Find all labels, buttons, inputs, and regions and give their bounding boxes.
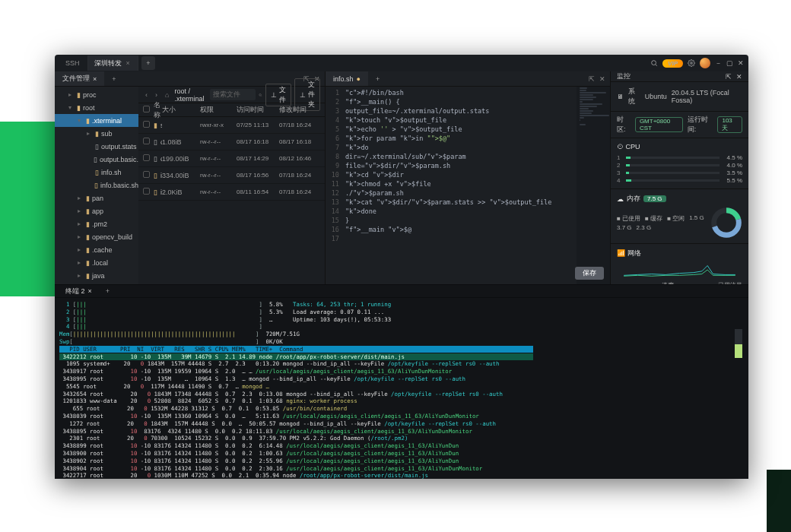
monitor-icon: 🖥 xyxy=(617,93,624,100)
close-window-button[interactable]: ✕ xyxy=(738,59,744,67)
tree-node[interactable]: ▸▮app xyxy=(55,204,138,217)
file-list: ‹ › ⌂ root / .xterminal 搜索文件 ⊥ 文件 ⊥ 文件夹 xyxy=(138,87,325,284)
code-editor: info.sh ● + ⇱ ✕ 123456789101112131415161… xyxy=(326,71,610,284)
svg-point-0 xyxy=(652,61,656,65)
close-editor-icon[interactable]: ✕ xyxy=(599,75,605,83)
editor-tabbar: info.sh ● + ⇱ ✕ xyxy=(326,71,610,87)
upper-pane: 文件管理× + ⇱ ✕ ▸▮proc▾▮root▾▮.xterminal▸▮su… xyxy=(55,71,748,284)
fm-tab[interactable]: 文件管理× xyxy=(55,71,104,86)
file-row[interactable]: ▯ info.sh334.00iBrw-r--r--08/17 16:5607/… xyxy=(138,167,325,184)
checkbox[interactable] xyxy=(143,188,150,195)
file-row[interactable]: ▯ output.bas199.00iBrw-r--r--08/17 14:29… xyxy=(138,150,325,167)
checkbox[interactable] xyxy=(143,154,150,161)
forward-button[interactable]: › xyxy=(153,91,160,99)
tree-node[interactable]: ▸▮java xyxy=(55,269,138,282)
minimap[interactable] xyxy=(577,87,610,284)
tree-node[interactable]: ▯output.basic. xyxy=(55,153,138,166)
tree-node[interactable]: ▸▮.cache xyxy=(55,243,138,256)
terminal-tabbar: 终端 2 × + xyxy=(55,284,748,298)
home-icon[interactable]: ⌂ xyxy=(163,91,171,99)
checkbox[interactable] xyxy=(143,121,150,128)
close-icon[interactable]: × xyxy=(93,75,97,83)
add-fm-tab[interactable]: + xyxy=(107,75,120,83)
file-row[interactable]: ▮ subrwxr-xr-x07/25 11:1307/18 16:24 xyxy=(138,117,325,134)
file-icon: ▯ xyxy=(154,172,157,179)
folder-icon: ▮ xyxy=(86,117,90,125)
expand-editor-icon[interactable]: ⇱ xyxy=(589,75,595,83)
file-icon: ▯ xyxy=(95,169,99,176)
checkbox[interactable] xyxy=(143,138,150,144)
monitor-label: 监控 xyxy=(617,71,631,81)
file-row[interactable]: ▯ output.sta1.08iBrw-r--r--08/17 16:1808… xyxy=(138,134,325,150)
terminal-output[interactable]: 1 [||| ] 5.8% Tasks: 64, 253 thr; 1 runn… xyxy=(55,298,748,479)
search-icon[interactable] xyxy=(259,91,262,99)
cpu-core-row: 14.5 % xyxy=(617,154,742,161)
file-icon: ▯ xyxy=(154,155,157,163)
close-icon[interactable]: ✕ xyxy=(736,73,742,81)
avatar[interactable] xyxy=(700,58,710,68)
window-controls: VIP － ▢ ✕ xyxy=(650,58,744,68)
svg-point-2 xyxy=(259,93,262,96)
tree-node[interactable]: ▸▮sub xyxy=(55,127,138,140)
editor-body[interactable]: 1234567891011121314151617 "c">#!/bin/bas… xyxy=(326,87,610,284)
memory-section: ☁ 内存 7.5 G ■ 已使用 ■ 缓存 ■ 空闲 1.5 G 3.7 G 2… xyxy=(611,189,748,244)
tz-row: 时区: GMT+0800 CST 运行时间: 103 天 xyxy=(611,112,748,138)
folder-icon: ▮ xyxy=(77,104,81,112)
folder-icon: ▮ xyxy=(86,195,90,202)
file-icon: ▯ xyxy=(154,138,157,146)
terminal-section: 终端 2 × + 1 [||| ] 5.8% Tasks: 64, 253 th… xyxy=(55,284,748,479)
tree-node[interactable]: ▯output.stats xyxy=(55,140,138,153)
cpu-core-row: 33.5 % xyxy=(617,169,742,176)
net-sparkline xyxy=(617,261,742,278)
minimize-button[interactable]: － xyxy=(715,59,722,68)
back-button[interactable]: ‹ xyxy=(143,91,150,99)
tree-node[interactable]: ▯info.sh xyxy=(55,166,138,179)
tree-node[interactable]: ▾▮root xyxy=(55,101,138,114)
tree-node[interactable]: ▸▮opencv_build xyxy=(55,230,138,243)
file-row[interactable]: ▯ info.basic.2.0KiBrw-r--r--08/11 16:540… xyxy=(138,184,325,201)
search-icon[interactable] xyxy=(650,59,658,67)
save-button[interactable]: 保存 xyxy=(575,267,604,280)
tab-host[interactable]: 深圳转发× xyxy=(88,55,138,71)
new-file-button[interactable]: ⊥ 文件 xyxy=(265,84,291,106)
monitor-panel: 监控 ⇱ ✕ 🖥 系统 Ubuntu 20.04.5 LTS (Focal Fo… xyxy=(610,71,748,284)
tab-ssh[interactable]: SSH xyxy=(59,55,88,71)
tree-node[interactable]: ▾▮.xterminal xyxy=(55,114,138,127)
tree-node[interactable]: ▸▮.pm2 xyxy=(55,217,138,230)
folder-icon: ▮ xyxy=(86,220,90,228)
search-input[interactable]: 搜索文件 xyxy=(210,89,256,100)
breadcrumb[interactable]: root / .xterminal xyxy=(174,87,204,103)
file-header: 名称 大小 权限 访问时间 修改时间 xyxy=(138,103,325,117)
file-manager: 文件管理× + ⇱ ✕ ▸▮proc▾▮root▾▮.xterminal▸▮su… xyxy=(55,71,326,284)
cpu-core-row: 45.5 % xyxy=(617,176,742,184)
checkbox[interactable] xyxy=(143,171,150,178)
tree-node[interactable]: ▸▮proc xyxy=(55,88,138,101)
terminal-tab[interactable]: 终端 2 × xyxy=(59,285,98,297)
svg-point-1 xyxy=(691,62,693,65)
expand-icon[interactable]: ⇱ xyxy=(726,73,732,81)
close-icon[interactable]: × xyxy=(88,287,92,295)
timezone-badge: GMT+0800 CST xyxy=(635,117,683,132)
folder-icon: ▮ xyxy=(86,207,90,215)
tree-node[interactable]: ▯info.basic.sh xyxy=(55,179,138,192)
add-terminal-tab[interactable]: + xyxy=(101,287,114,295)
checkbox-all[interactable] xyxy=(143,106,150,112)
disk-bar xyxy=(735,329,742,358)
os-version: 20.04.5 LTS (Focal Fossa) xyxy=(672,89,742,104)
folder-icon: ▮ xyxy=(95,130,99,138)
gear-icon[interactable] xyxy=(688,59,695,67)
tree-node[interactable]: ▸▮pan xyxy=(55,192,138,204)
close-icon[interactable]: × xyxy=(126,59,130,67)
uptime-badge: 103 天 xyxy=(717,116,742,133)
cpu-section: ⏲ CPU 14.5 %24.0 %33.5 %45.5 % xyxy=(611,138,748,189)
monitor-tab: 监控 ⇱ ✕ xyxy=(611,71,748,82)
maximize-button[interactable]: ▢ xyxy=(726,59,733,67)
editor-tab[interactable]: info.sh ● xyxy=(326,71,368,86)
cpu-core-row: 24.0 % xyxy=(617,161,742,169)
tree-node[interactable]: ▸▮.local xyxy=(55,256,138,269)
folder-icon: ▮ xyxy=(86,233,90,241)
new-tab-button[interactable]: + xyxy=(141,56,155,70)
file-tree[interactable]: ▸▮proc▾▮root▾▮.xterminal▸▮sub▯output.sta… xyxy=(55,87,138,284)
add-editor-tab[interactable]: + xyxy=(371,75,384,83)
file-icon: ▯ xyxy=(154,188,157,196)
